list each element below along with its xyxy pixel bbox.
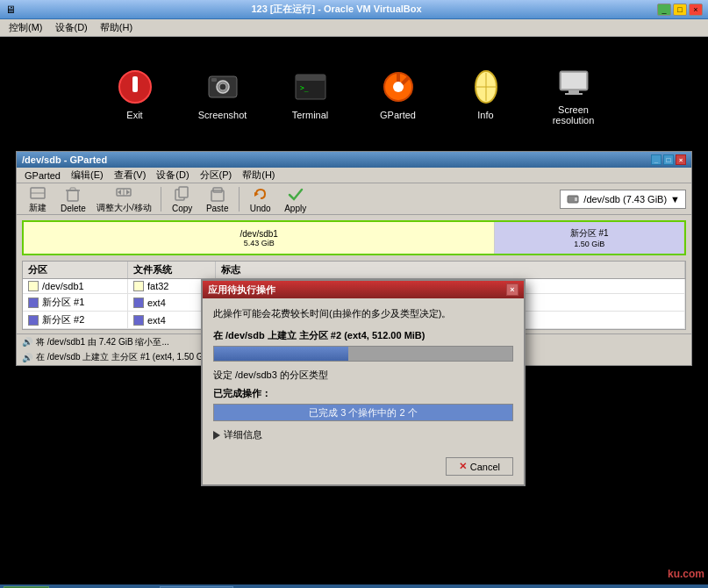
delete-btn-label: Delete — [61, 204, 86, 213]
desktop-icon-exit[interactable]: Exit — [104, 68, 166, 120]
modal-body: 此操作可能会花费较长时间(由操作的多少及类型决定)。 在 /dev/sdb 上建… — [203, 298, 524, 452]
details-label: 详细信息 — [224, 428, 262, 441]
window-title: 123 [正在运行] - Oracle VM VirtualBox — [16, 3, 657, 16]
desktop-area: Exit Screenshot >_ — [0, 37, 708, 151]
toolbar-resize-btn[interactable]: 调整大小/移动 — [93, 182, 155, 216]
color-fs-2 — [133, 298, 144, 308]
svg-rect-35 — [575, 197, 577, 201]
svg-rect-7 — [296, 75, 325, 81]
col-flags: 标志 — [216, 262, 685, 278]
svg-rect-24 — [70, 188, 75, 190]
gparted-inner: /dev/sdb - GParted _ □ × GParted 编辑(E) 查… — [16, 151, 692, 366]
cell-name-2: 新分区 #1 — [23, 294, 128, 311]
menu-device[interactable]: 设备(D) — [152, 168, 193, 183]
menu-help-gparted[interactable]: 帮助(H) — [238, 168, 279, 183]
desktop-icon-terminal[interactable]: >_ Terminal — [280, 68, 341, 120]
toolbar-apply-btn[interactable]: Apply — [280, 183, 311, 215]
desktop-icon-screen-resolution[interactable]: Screen resolution — [543, 62, 604, 125]
col-filesystem: 文件系统 — [128, 262, 216, 278]
minimize-button[interactable]: _ — [657, 4, 671, 16]
desktop-icon-screenshot[interactable]: Screenshot — [192, 68, 254, 120]
menu-gparted[interactable]: GParted — [20, 169, 65, 182]
seg1-size: 5.43 GiB — [244, 239, 275, 247]
svg-marker-27 — [118, 190, 121, 195]
svg-rect-22 — [68, 190, 78, 201]
close-button[interactable]: × — [689, 4, 703, 16]
paste-icon — [209, 185, 226, 203]
col-partition: 分区 — [23, 262, 128, 278]
modal-footer: ✕ Cancel — [203, 452, 524, 484]
color-sdb1 — [28, 281, 39, 291]
apply-icon — [287, 185, 304, 203]
completed-section: 已完成操作： 已完成 3 个操作中的 2 个 详细信息 — [213, 387, 513, 443]
drive-icon — [566, 192, 580, 206]
menu-control[interactable]: 控制(M) — [4, 19, 48, 36]
modal-description: 此操作可能会花费较长时间(由操作的多少及类型决定)。 — [213, 307, 513, 320]
svg-text:>_: >_ — [300, 84, 309, 92]
delete-icon — [64, 185, 82, 203]
cell-name-3: 新分区 #2 — [23, 312, 128, 328]
watermark: ku.com — [664, 567, 708, 581]
partition-fs-3: ext4 — [147, 315, 166, 326]
screen-resolution-label: Screen resolution — [543, 104, 604, 125]
details-row[interactable]: 详细信息 — [213, 427, 513, 443]
svg-rect-11 — [397, 73, 400, 82]
partition-table-header: 分区 文件系统 标志 — [23, 262, 685, 279]
svg-rect-30 — [179, 187, 188, 197]
menu-view[interactable]: 查看(V) — [110, 168, 151, 183]
toolbar-paste-btn[interactable]: Paste — [202, 183, 233, 215]
gparted-close-btn[interactable]: × — [676, 154, 686, 165]
desktop-icon-gparted[interactable]: GParted — [368, 68, 429, 120]
color-fs-1 — [133, 281, 144, 291]
partition-segment-new1[interactable]: 新分区 #1 1.50 GiB — [495, 222, 684, 254]
status-text-2: 在 /dev/sdb 上建立 主分区 #1 (ext4, 1.50 GiB) — [36, 351, 214, 363]
toolbar-delete-btn[interactable]: Delete — [57, 183, 89, 215]
partition-name-1: /dev/sdb1 — [42, 281, 84, 291]
svg-rect-18 — [569, 90, 579, 93]
apply-btn-label: Apply — [284, 204, 306, 213]
maximize-button[interactable]: □ — [673, 4, 687, 16]
speaker-icon: 🔊 — [22, 337, 32, 347]
undo-btn-label: Undo — [250, 204, 271, 213]
paste-btn-label: Paste — [206, 204, 229, 213]
toolbar-copy-btn[interactable]: Copy — [167, 183, 198, 215]
menu-devices[interactable]: 设备(D) — [50, 19, 93, 36]
progress-bar-fill — [214, 347, 348, 361]
new-partition-icon — [29, 183, 46, 201]
desktop-icon-info[interactable]: Info — [455, 68, 517, 120]
resize-btn-label: 调整大小/移动 — [97, 202, 152, 214]
svg-rect-5 — [211, 78, 217, 82]
color-new2 — [28, 315, 39, 326]
new-btn-label: 新建 — [29, 202, 46, 214]
modal-title-text: 应用待执行操作 — [208, 283, 275, 297]
svg-rect-1 — [132, 76, 138, 92]
color-fs-3 — [133, 315, 144, 326]
drive-dropdown-icon: ▼ — [670, 194, 680, 204]
modal-title-bar: 应用待执行操作 × — [203, 281, 524, 298]
menu-help[interactable]: 帮助(H) — [95, 19, 138, 36]
partition-name-2: 新分区 #1 — [42, 296, 84, 309]
gparted-max-btn[interactable]: □ — [663, 154, 674, 165]
gparted-min-btn[interactable]: _ — [651, 154, 662, 165]
modal-close-btn[interactable]: × — [506, 283, 518, 296]
exit-label: Exit — [126, 110, 142, 120]
screenshot-icon — [204, 68, 242, 106]
partition-name-3: 新分区 #2 — [42, 313, 84, 326]
drive-selector[interactable]: /dev/sdb (7.43 GiB) ▼ — [560, 190, 686, 209]
toolbar-new-btn[interactable]: 新建 — [22, 182, 54, 216]
completed-bar: 已完成 3 个操作中的 2 个 — [213, 404, 513, 421]
color-new1 — [28, 298, 39, 308]
cell-name-1: /dev/sdb1 — [23, 279, 128, 293]
window-icon: 🖥 — [5, 4, 16, 16]
cancel-button[interactable]: ✕ Cancel — [446, 457, 513, 476]
partition-segment-sdb1[interactable]: /dev/sdb1 5.43 GiB — [24, 222, 495, 254]
partition-fs-1: fat32 — [147, 281, 168, 291]
partition-fs-2: ext4 — [147, 298, 166, 308]
resize-icon — [115, 183, 132, 201]
toolbar-undo-btn[interactable]: Undo — [245, 183, 276, 215]
menu-bar: 控制(M) 设备(D) 帮助(H) — [0, 19, 708, 37]
menu-partition[interactable]: 分区(P) — [196, 168, 237, 183]
cancel-icon: ✕ — [459, 461, 467, 472]
menu-edit[interactable]: 编辑(E) — [67, 168, 108, 183]
modal-dialog: 应用待执行操作 × 此操作可能会花费较长时间(由操作的多少及类型决定)。 在 /… — [201, 279, 526, 486]
